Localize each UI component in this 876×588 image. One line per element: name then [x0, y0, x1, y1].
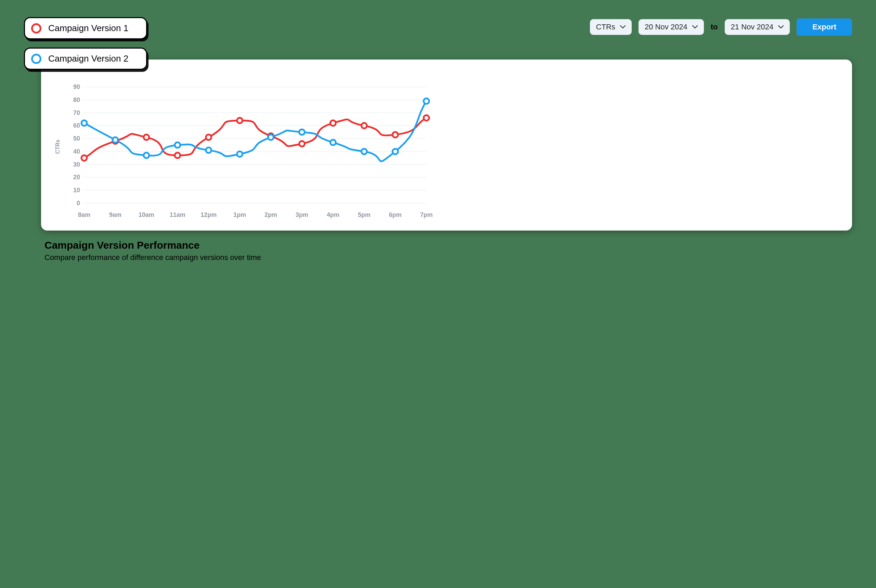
svg-text:10: 10 [73, 187, 80, 194]
metric-select-value: CTRs [596, 22, 615, 32]
svg-text:5pm: 5pm [358, 212, 371, 218]
legend-item-label: Campaign Version 2 [48, 53, 128, 64]
legend-swatch-icon [31, 23, 41, 33]
caption-subtitle: Compare performance of difference campai… [45, 253, 852, 262]
svg-point-49 [237, 151, 243, 157]
svg-point-55 [424, 99, 429, 104]
svg-point-37 [237, 118, 243, 123]
date-to-select[interactable]: 21 Nov 2024 [725, 19, 790, 35]
svg-point-32 [81, 155, 87, 161]
svg-point-46 [144, 153, 149, 158]
legend: Campaign Version 1 Campaign Version 2 [24, 17, 147, 70]
chart-card: CTRs 01020304050607080908am9am10am11am12… [41, 60, 852, 231]
svg-text:2pm: 2pm [264, 212, 277, 218]
svg-point-43 [424, 115, 429, 121]
svg-text:40: 40 [73, 148, 80, 155]
metric-select[interactable]: CTRs [590, 19, 632, 35]
svg-point-39 [299, 141, 305, 146]
svg-text:8am: 8am [78, 212, 90, 218]
date-from-value: 20 Nov 2024 [645, 22, 687, 32]
svg-text:70: 70 [73, 110, 80, 116]
export-button-label: Export [812, 22, 836, 32]
legend-item-campaign-version-2[interactable]: Campaign Version 2 [24, 48, 147, 70]
controls-bar: CTRs 20 Nov 2024 to 21 Nov 2024 Export [590, 17, 852, 36]
svg-point-52 [330, 140, 336, 145]
caption: Campaign Version Performance Compare per… [45, 240, 852, 262]
svg-text:7pm: 7pm [420, 212, 433, 218]
svg-text:20: 20 [73, 174, 80, 181]
svg-text:3pm: 3pm [296, 212, 308, 218]
svg-point-40 [330, 120, 336, 126]
svg-text:4pm: 4pm [327, 212, 340, 218]
legend-item-campaign-version-1[interactable]: Campaign Version 1 [24, 17, 147, 39]
line-chart: 01020304050607080908am9am10am11am12pm1pm… [64, 73, 433, 220]
chevron-down-icon [620, 25, 625, 29]
svg-text:10am: 10am [138, 212, 154, 218]
chevron-down-icon [778, 25, 784, 29]
legend-swatch-icon [31, 54, 41, 64]
caption-title: Campaign Version Performance [45, 240, 852, 251]
svg-point-47 [175, 142, 180, 148]
svg-text:6pm: 6pm [389, 212, 402, 218]
svg-point-53 [361, 149, 367, 154]
svg-text:50: 50 [73, 135, 80, 142]
svg-point-36 [206, 134, 212, 140]
svg-text:0: 0 [77, 200, 80, 207]
legend-item-label: Campaign Version 1 [48, 23, 128, 33]
date-range-to-label: to [711, 22, 718, 32]
svg-text:80: 80 [73, 96, 80, 103]
export-button[interactable]: Export [796, 18, 852, 36]
svg-text:90: 90 [73, 84, 80, 90]
svg-text:12pm: 12pm [200, 212, 216, 218]
date-from-select[interactable]: 20 Nov 2024 [639, 19, 704, 35]
svg-point-45 [113, 137, 118, 142]
svg-text:60: 60 [73, 122, 80, 129]
date-to-value: 21 Nov 2024 [731, 22, 774, 32]
svg-text:1pm: 1pm [233, 212, 246, 218]
svg-point-54 [392, 149, 398, 154]
svg-point-44 [81, 120, 87, 126]
svg-point-51 [299, 129, 305, 135]
svg-point-34 [144, 134, 149, 140]
svg-text:9am: 9am [109, 212, 122, 218]
y-axis-title: CTRs [55, 140, 61, 154]
svg-point-50 [268, 134, 273, 140]
svg-point-41 [361, 123, 367, 128]
svg-text:30: 30 [73, 161, 80, 168]
chevron-down-icon [692, 25, 698, 29]
svg-point-42 [392, 132, 398, 138]
svg-point-48 [206, 147, 212, 153]
svg-text:11am: 11am [170, 212, 185, 218]
svg-point-35 [175, 153, 180, 158]
